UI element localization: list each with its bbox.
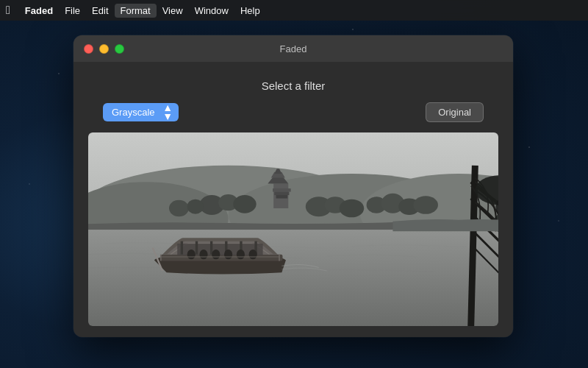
menu-bar:  Faded File Edit Format View Window Hel… — [0, 0, 588, 21]
svg-point-33 — [187, 250, 196, 259]
svg-point-35 — [212, 250, 220, 259]
svg-point-36 — [224, 250, 232, 259]
svg-rect-28 — [196, 241, 198, 255]
svg-point-17 — [340, 199, 365, 218]
close-button[interactable] — [84, 44, 93, 54]
image-container — [88, 132, 498, 326]
apple-menu-icon[interactable]:  — [6, 4, 10, 17]
svg-rect-10 — [274, 192, 289, 195]
svg-point-37 — [237, 250, 245, 259]
filter-select[interactable]: Grayscale Sepia Vivid Noir Fade — [103, 103, 179, 121]
minimize-button[interactable] — [99, 44, 109, 54]
filter-label: Select a filter — [262, 79, 326, 92]
menu-item-help[interactable]: Help — [234, 4, 266, 18]
window-titlebar: Faded — [74, 35, 513, 62]
window-controls — [84, 44, 124, 54]
svg-rect-24 — [88, 230, 498, 326]
svg-rect-27 — [181, 241, 183, 255]
menu-item-view[interactable]: View — [157, 4, 189, 18]
svg-point-22 — [169, 200, 189, 216]
svg-point-23 — [187, 199, 204, 214]
svg-point-38 — [249, 250, 257, 259]
svg-rect-9 — [276, 195, 287, 198]
svg-rect-25 — [161, 255, 283, 261]
menu-item-file[interactable]: File — [59, 4, 86, 18]
menu-item-edit[interactable]: Edit — [86, 4, 114, 18]
scene-image — [88, 132, 498, 326]
window-content: Select a filter Grayscale Sepia Vivid No… — [74, 62, 513, 337]
menu-item-window[interactable]: Window — [189, 4, 234, 18]
menu-item-format[interactable]: Format — [115, 4, 157, 18]
filter-controls: Grayscale Sepia Vivid Noir Fade ▲ ▼ Orig… — [88, 102, 498, 122]
maximize-button[interactable] — [115, 44, 124, 54]
app-window: Faded Select a filter Grayscale Sepia Vi… — [74, 35, 513, 337]
svg-point-34 — [199, 250, 207, 259]
filter-select-wrapper: Grayscale Sepia Vivid Noir Fade ▲ ▼ — [103, 103, 179, 121]
svg-point-14 — [233, 195, 256, 213]
window-title: Faded — [280, 43, 307, 54]
svg-rect-11 — [273, 188, 291, 191]
original-button[interactable]: Original — [426, 102, 484, 122]
menu-item-faded[interactable]: Faded — [19, 4, 59, 18]
svg-point-21 — [413, 196, 438, 214]
